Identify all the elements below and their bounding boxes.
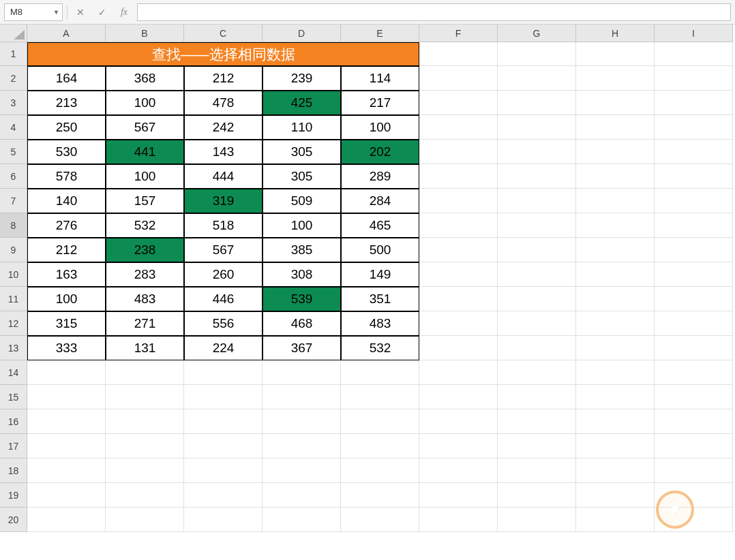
cell-H7[interactable] — [576, 189, 655, 213]
cell-F8[interactable] — [419, 213, 498, 238]
cell-D10[interactable]: 308 — [262, 262, 341, 287]
cell-B6[interactable]: 100 — [106, 164, 184, 189]
cell-B15[interactable] — [106, 385, 184, 409]
cell-B20[interactable] — [106, 508, 184, 532]
cell-I13[interactable] — [655, 336, 733, 360]
cell-A9[interactable]: 212 — [27, 238, 106, 262]
cell-D18[interactable] — [262, 458, 341, 483]
cell-F13[interactable] — [419, 336, 498, 360]
cell-B14[interactable] — [106, 360, 184, 385]
row-header-15[interactable]: 15 — [0, 385, 27, 409]
cell-A8[interactable]: 276 — [27, 213, 106, 238]
select-all-corner[interactable] — [0, 25, 27, 42]
cell-G5[interactable] — [498, 140, 576, 164]
cell-B8[interactable]: 532 — [106, 213, 184, 238]
cell-G13[interactable] — [498, 336, 576, 360]
cell-D12[interactable]: 468 — [262, 311, 341, 336]
cell-A4[interactable]: 250 — [27, 115, 106, 140]
cell-A10[interactable]: 163 — [27, 262, 106, 287]
column-header-G[interactable]: G — [498, 25, 576, 42]
cell-G14[interactable] — [498, 360, 576, 385]
cell-D20[interactable] — [262, 508, 341, 532]
cell-I10[interactable] — [655, 262, 733, 287]
cell-F6[interactable] — [419, 164, 498, 189]
cell-I17[interactable] — [655, 434, 733, 458]
cell-G8[interactable] — [498, 213, 576, 238]
cell-G3[interactable] — [498, 91, 576, 115]
cell-H13[interactable] — [576, 336, 655, 360]
cell-E7[interactable]: 284 — [341, 189, 419, 213]
row-header-19[interactable]: 19 — [0, 483, 27, 508]
cell-C16[interactable] — [184, 409, 262, 434]
cell-B3[interactable]: 100 — [106, 91, 184, 115]
cell-H20[interactable] — [576, 508, 655, 532]
row-header-8[interactable]: 8 — [0, 213, 27, 238]
cell-C20[interactable] — [184, 508, 262, 532]
row-header-12[interactable]: 12 — [0, 311, 27, 336]
cell-G1[interactable] — [498, 42, 576, 66]
cell-A16[interactable] — [27, 409, 106, 434]
cell-B9[interactable]: 238 — [106, 238, 184, 262]
row-header-18[interactable]: 18 — [0, 458, 27, 483]
cell-D6[interactable]: 305 — [262, 164, 341, 189]
cell-H2[interactable] — [576, 66, 655, 91]
cell-I2[interactable] — [655, 66, 733, 91]
cell-H8[interactable] — [576, 213, 655, 238]
cell-F9[interactable] — [419, 238, 498, 262]
cell-B16[interactable] — [106, 409, 184, 434]
cell-F12[interactable] — [419, 311, 498, 336]
cell-D2[interactable]: 239 — [262, 66, 341, 91]
row-header-6[interactable]: 6 — [0, 164, 27, 189]
cell-F11[interactable] — [419, 287, 498, 311]
cell-C6[interactable]: 444 — [184, 164, 262, 189]
cell-I3[interactable] — [655, 91, 733, 115]
cell-I6[interactable] — [655, 164, 733, 189]
cell-I8[interactable] — [655, 213, 733, 238]
cell-D15[interactable] — [262, 385, 341, 409]
cell-I9[interactable] — [655, 238, 733, 262]
cells-area[interactable]: 查找——选择相同数据164368212239114213100478425217… — [27, 42, 733, 532]
cell-F4[interactable] — [419, 115, 498, 140]
cell-A19[interactable] — [27, 483, 106, 508]
cell-C14[interactable] — [184, 360, 262, 385]
row-header-13[interactable]: 13 — [0, 336, 27, 360]
cell-H9[interactable] — [576, 238, 655, 262]
cell-C10[interactable]: 260 — [184, 262, 262, 287]
cell-E13[interactable]: 532 — [341, 336, 419, 360]
cell-B19[interactable] — [106, 483, 184, 508]
fx-button[interactable]: fx — [115, 3, 133, 21]
cell-H4[interactable] — [576, 115, 655, 140]
cell-G20[interactable] — [498, 508, 576, 532]
cell-A11[interactable]: 100 — [27, 287, 106, 311]
cell-B12[interactable]: 271 — [106, 311, 184, 336]
cancel-button[interactable]: ✕ — [72, 3, 89, 21]
cell-I11[interactable] — [655, 287, 733, 311]
cell-E15[interactable] — [341, 385, 419, 409]
cell-I18[interactable] — [655, 458, 733, 483]
cell-C3[interactable]: 478 — [184, 91, 262, 115]
row-header-3[interactable]: 3 — [0, 91, 27, 115]
cell-E19[interactable] — [341, 483, 419, 508]
cell-C17[interactable] — [184, 434, 262, 458]
row-header-11[interactable]: 11 — [0, 287, 27, 311]
cell-E3[interactable]: 217 — [341, 91, 419, 115]
cell-C9[interactable]: 567 — [184, 238, 262, 262]
cell-A18[interactable] — [27, 458, 106, 483]
cell-D13[interactable]: 367 — [262, 336, 341, 360]
cell-E10[interactable]: 149 — [341, 262, 419, 287]
cell-I5[interactable] — [655, 140, 733, 164]
cell-I14[interactable] — [655, 360, 733, 385]
cell-E16[interactable] — [341, 409, 419, 434]
cell-E9[interactable]: 500 — [341, 238, 419, 262]
cell-E11[interactable]: 351 — [341, 287, 419, 311]
cell-E18[interactable] — [341, 458, 419, 483]
cell-E5[interactable]: 202 — [341, 140, 419, 164]
cell-F1[interactable] — [419, 42, 498, 66]
cell-E8[interactable]: 465 — [341, 213, 419, 238]
cell-D9[interactable]: 385 — [262, 238, 341, 262]
cell-A3[interactable]: 213 — [27, 91, 106, 115]
cell-C11[interactable]: 446 — [184, 287, 262, 311]
title-cell[interactable]: 查找——选择相同数据 — [27, 42, 419, 66]
cell-F2[interactable] — [419, 66, 498, 91]
cell-A17[interactable] — [27, 434, 106, 458]
